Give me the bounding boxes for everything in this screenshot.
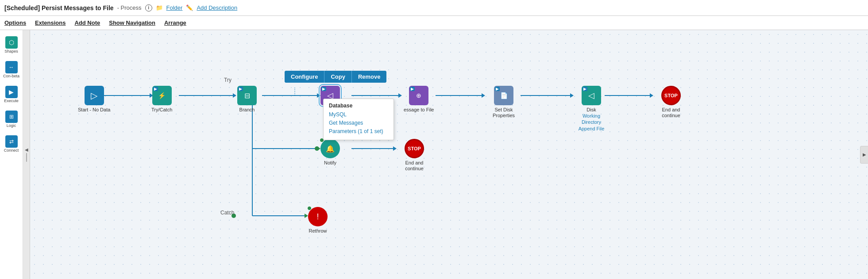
- start-box[interactable]: ▷: [85, 86, 104, 105]
- disk-icon: ◁: [588, 91, 594, 100]
- detail-parameters-link[interactable]: Parameters (1 of 1 set): [329, 127, 388, 136]
- connection-lines: [30, 30, 868, 279]
- node-rethrow[interactable]: ! Rethrow: [308, 207, 328, 234]
- connect-label: Connect: [4, 149, 19, 153]
- connect-icon: ⇄: [5, 135, 18, 148]
- context-copy[interactable]: Copy: [324, 71, 351, 83]
- logic-icon: ⊞: [5, 111, 18, 123]
- menu-add-note[interactable]: Add Note: [74, 19, 100, 26]
- page-title: [Scheduled] Persist Messages to File: [4, 4, 114, 11]
- context-menu: Configure Copy Remove: [285, 71, 386, 83]
- disk-sublabel-af: Append File: [579, 126, 605, 132]
- node-end2[interactable]: STOP End and continue: [397, 139, 432, 172]
- detail-box-title: Database: [329, 103, 388, 109]
- set-disk-props-label: Set Disk Properties: [486, 107, 521, 118]
- trycatch-icon: ⚡: [158, 92, 166, 99]
- branch-icon: ⊟: [244, 92, 250, 100]
- info-icon[interactable]: i: [145, 4, 152, 11]
- edit-icon: ✏️: [186, 4, 193, 11]
- end2-label: End and continue: [397, 160, 432, 172]
- menu-extensions[interactable]: Extensions: [35, 19, 66, 26]
- node-message-to-file[interactable]: ⊕ ▶ essage to File: [404, 86, 434, 113]
- try-label: Try: [224, 77, 231, 83]
- message-to-file-icon: ⊕: [416, 92, 421, 99]
- sidebar-item-shapes[interactable]: ⬡ Shapes: [1, 34, 22, 57]
- node-branch[interactable]: ⊟ ▶ Branch: [237, 86, 257, 113]
- message-to-file-label: essage to File: [404, 107, 434, 113]
- sidebar-item-con-beta[interactable]: ↔ Con-beta: [1, 58, 22, 81]
- sidebar-item-connect[interactable]: ⇄ Connect: [1, 133, 22, 156]
- start-label: Start - No Data: [78, 107, 110, 113]
- message-to-file-box[interactable]: ⊕ ▶: [409, 86, 428, 105]
- sidebar-collapse-handle[interactable]: ◀: [23, 30, 30, 279]
- execute-label: Execute: [4, 99, 19, 103]
- catch-label: Catch: [220, 210, 234, 216]
- svg-marker-17: [317, 146, 320, 151]
- main-layout: ⬡ Shapes ↔ Con-beta ▶ Execute ⊞ Logic ⇄ …: [0, 30, 868, 279]
- folder-link[interactable]: Folder: [166, 4, 183, 11]
- disk-box[interactable]: ◁ ▶: [582, 86, 601, 105]
- menubar: Options Extensions Add Note Show Navigat…: [0, 16, 868, 30]
- shapes-icon: ⬡: [5, 36, 18, 49]
- menu-show-navigation[interactable]: Show Navigation: [109, 19, 155, 26]
- svg-marker-19: [393, 146, 397, 151]
- node-notify[interactable]: 🔔 Notify: [320, 139, 340, 166]
- node-disk[interactable]: ◁ ▶ Disk Working Directory Append File: [574, 86, 609, 132]
- sidebar: ⬡ Shapes ↔ Con-beta ▶ Execute ⊞ Logic ⇄ …: [0, 30, 23, 279]
- node-start[interactable]: ▷ Start - No Data: [78, 86, 110, 113]
- svg-marker-11: [570, 93, 574, 98]
- notify-box[interactable]: 🔔: [320, 139, 340, 158]
- logic-label: Logic: [7, 124, 16, 128]
- con-beta-icon: ↔: [5, 61, 18, 73]
- context-remove[interactable]: Remove: [351, 71, 387, 83]
- menu-arrange[interactable]: Arrange: [164, 19, 186, 26]
- execute-icon: ▶: [5, 86, 18, 98]
- con-beta-label: Con-beta: [3, 74, 19, 79]
- sidebar-item-logic[interactable]: ⊞ Logic: [1, 108, 22, 131]
- detail-box: Database MySQL Get Messages Parameters (…: [323, 99, 394, 140]
- notify-label: Notify: [324, 160, 336, 166]
- context-configure[interactable]: Configure: [285, 71, 324, 83]
- rethrow-label: Rethrow: [309, 228, 327, 234]
- node-set-disk-props[interactable]: 📄 ▶ Set Disk Properties: [486, 86, 521, 118]
- svg-marker-5: [317, 93, 320, 98]
- disk-label: Disk: [586, 107, 596, 113]
- svg-point-16: [315, 146, 319, 151]
- notify-icon: 🔔: [326, 145, 335, 153]
- shapes-label: Shapes: [4, 50, 18, 54]
- set-disk-props-icon: 📄: [500, 92, 508, 99]
- folder-icon: 📁: [156, 4, 163, 11]
- rethrow-box[interactable]: !: [308, 207, 328, 226]
- branch-box[interactable]: ⊟ ▶: [237, 86, 257, 105]
- disk-sublabel-wd: Working Directory: [574, 113, 609, 126]
- start-icon: ▷: [91, 90, 97, 101]
- detail-getmessages-link[interactable]: Get Messages: [329, 119, 388, 127]
- node-trycatch[interactable]: ⚡ ▶ Try/Catch: [151, 86, 172, 113]
- canvas: ▷ Start - No Data ⚡ ▶ Try/Catch Try ⊟ ▶ …: [30, 30, 868, 279]
- detail-mysql-link[interactable]: MySQL: [329, 111, 388, 119]
- branch-label: Branch: [239, 107, 255, 113]
- end2-box[interactable]: STOP: [405, 139, 424, 158]
- svg-marker-13: [650, 93, 653, 98]
- trycatch-box[interactable]: ⚡ ▶: [152, 86, 172, 105]
- page-subtitle: - Process: [117, 4, 142, 11]
- end1-box[interactable]: STOP: [661, 86, 681, 105]
- right-expand-handle[interactable]: ▶: [860, 146, 868, 164]
- rethrow-icon: !: [316, 212, 319, 222]
- svg-marker-3: [233, 93, 236, 98]
- node-end1[interactable]: STOP End and continue: [653, 86, 689, 118]
- svg-marker-23: [305, 214, 308, 218]
- set-disk-props-box[interactable]: 📄 ▶: [494, 86, 513, 105]
- trycatch-label: Try/Catch: [151, 107, 172, 113]
- svg-marker-9: [482, 93, 485, 98]
- add-description-link[interactable]: Add Description: [197, 4, 237, 11]
- sidebar-item-execute[interactable]: ▶ Execute: [1, 83, 22, 106]
- menu-options[interactable]: Options: [4, 19, 26, 26]
- header: [Scheduled] Persist Messages to File - P…: [0, 0, 868, 16]
- svg-marker-7: [398, 93, 402, 98]
- end1-label: End and continue: [653, 107, 689, 118]
